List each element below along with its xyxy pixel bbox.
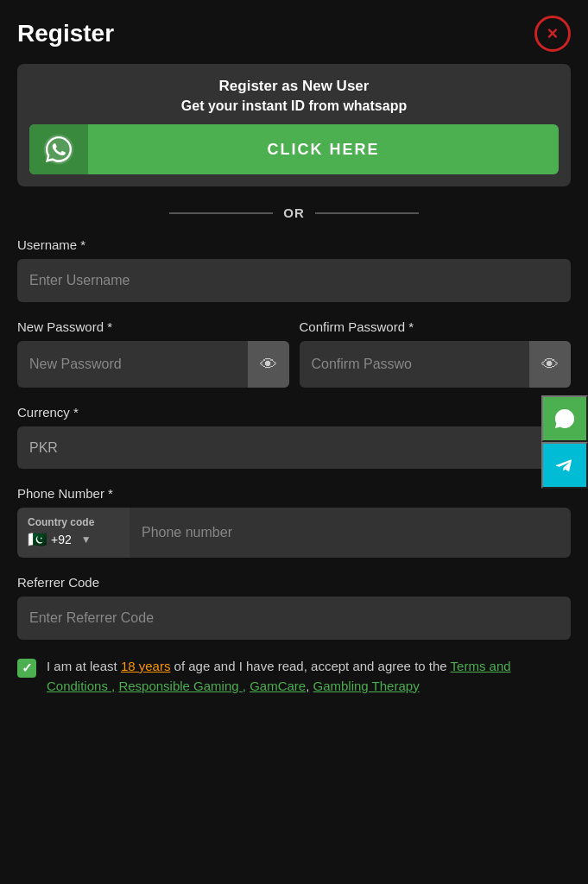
password-row: New Password * 👁 Confirm Password * 👁: [17, 319, 571, 388]
whatsapp-click-here-button[interactable]: CLICK HERE: [29, 124, 559, 174]
age-link[interactable]: 18 years: [121, 659, 171, 673]
or-divider: OR: [17, 205, 571, 220]
currency-select[interactable]: PKR: [17, 426, 571, 469]
new-password-input[interactable]: [17, 343, 248, 386]
chevron-down-icon: ▼: [81, 534, 92, 546]
float-whatsapp-button[interactable]: [541, 395, 588, 442]
responsible-gaming-link[interactable]: Responsible Gaming ,: [118, 679, 246, 693]
close-button[interactable]: ×: [534, 16, 571, 52]
referrer-label: Referrer Code: [17, 575, 571, 590]
terms-checkbox[interactable]: ✓: [17, 659, 36, 678]
phone-field-group: Phone Number * Country code 🇵🇰 +92 ▼: [17, 486, 571, 558]
confirm-password-input[interactable]: [300, 343, 530, 386]
confirm-password-wrap: 👁: [300, 341, 572, 388]
username-input[interactable]: [17, 259, 571, 302]
gambling-therapy-link[interactable]: Gambling Therapy: [313, 679, 420, 693]
country-code-button[interactable]: Country code 🇵🇰 +92 ▼: [17, 508, 130, 558]
terms-text: I am at least 18 years of age and I have…: [47, 657, 571, 696]
referrer-field-group: Referrer Code: [17, 575, 571, 640]
confirm-password-label: Confirm Password *: [300, 319, 572, 334]
float-telegram-button[interactable]: [541, 442, 588, 489]
phone-row: Country code 🇵🇰 +92 ▼: [17, 508, 571, 558]
phone-label: Phone Number *: [17, 486, 571, 501]
divider-text: OR: [283, 205, 305, 220]
eye-icon: 👁: [260, 355, 277, 375]
new-password-col: New Password * 👁: [17, 319, 289, 388]
gamcare-link[interactable]: GamCare: [250, 679, 306, 693]
page-title: Register: [17, 20, 114, 47]
new-password-wrap: 👁: [17, 341, 289, 388]
banner-title: Register as New User: [29, 78, 559, 95]
terms-row: ✓ I am at least 18 years of age and I ha…: [17, 657, 571, 696]
banner-subtitle: Get your instant ID from whatsapp: [29, 98, 559, 114]
username-label: Username *: [17, 237, 571, 252]
new-password-label: New Password *: [17, 319, 289, 334]
currency-field-group: Currency * PKR: [17, 405, 571, 469]
new-password-toggle-eye[interactable]: 👁: [248, 341, 289, 388]
country-code-value-row: 🇵🇰 +92 ▼: [28, 530, 92, 549]
phone-number-input[interactable]: [130, 508, 571, 558]
terms-comma: ,: [306, 679, 313, 693]
terms-text-middle: of age and I have read, accept and agree…: [170, 659, 450, 673]
country-code-number: +92: [51, 533, 72, 546]
terms-text-before: I am at least: [47, 659, 121, 673]
whatsapp-button-label: CLICK HERE: [88, 141, 559, 159]
whatsapp-icon: [29, 124, 88, 174]
confirm-password-toggle-eye[interactable]: 👁: [529, 341, 571, 388]
referrer-code-input[interactable]: [17, 597, 571, 640]
whatsapp-banner: Register as New User Get your instant ID…: [17, 64, 571, 186]
floating-buttons: [541, 395, 588, 489]
pakistan-flag: 🇵🇰: [28, 530, 47, 549]
divider-line-left: [169, 212, 273, 214]
confirm-password-col: Confirm Password * 👁: [300, 319, 572, 388]
eye-icon-confirm: 👁: [541, 355, 559, 375]
currency-label: Currency *: [17, 405, 571, 420]
country-code-label-text: Country code: [28, 516, 94, 528]
checkmark-icon: ✓: [22, 660, 33, 676]
divider-line-right: [315, 212, 419, 214]
username-field-group: Username *: [17, 237, 571, 302]
